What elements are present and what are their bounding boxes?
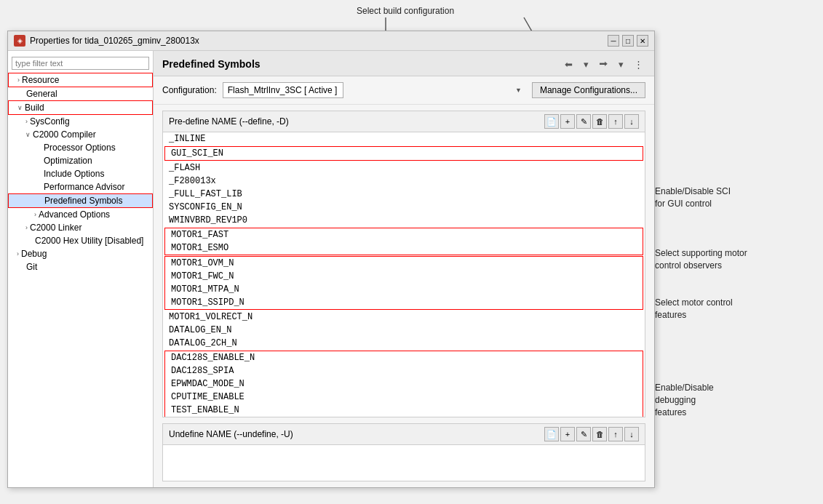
symbol-item[interactable]: MOTOR1_SSIPD_N	[165, 296, 643, 309]
right-title: Predefined Symbols	[162, 58, 261, 70]
config-row: Configuration: Flash_MtrlInv_3SC [ Activ…	[154, 76, 654, 105]
tree-item-advancedoptions[interactable]: ›Advanced Options	[8, 208, 153, 221]
move-down-btn[interactable]: ↓	[624, 114, 639, 129]
tree-arrow-build: ∨	[17, 104, 23, 111]
symbol-item[interactable]: DAC128S_ENABLE_N	[165, 351, 643, 364]
tree-item-includeoptions[interactable]: Include Options	[8, 167, 153, 180]
predefine-list[interactable]: _INLINEGUI_SCI_EN_FLASH_F280013x_FULL_FA…	[163, 132, 645, 417]
symbol-item[interactable]: MOTOR1_MTPA_N	[165, 283, 643, 296]
predefine-section: Pre-define NAME (--define, -D) 📄 + ✎ 🗑 ↑…	[162, 111, 645, 417]
tree-item-build[interactable]: ∨Build	[8, 100, 153, 115]
tree-arrow-sysconfig: ›	[25, 118, 28, 125]
tree-panel: ›ResourceGeneral∨Build›SysConfig∨C2000 C…	[8, 51, 154, 487]
symbol-item[interactable]: MOTOR1_FAST	[165, 228, 643, 241]
tree-item-sysconfig[interactable]: ›SysConfig	[8, 115, 153, 128]
dialog-title: Properties for tida_010265_gminv_280013x	[30, 36, 199, 46]
symbol-group-debug: DAC128S_ENABLE_NDAC128S_SPIAEPWMDAC_MODE…	[164, 351, 643, 417]
predefine-header: Pre-define NAME (--define, -D) 📄 + ✎ 🗑 ↑…	[163, 111, 645, 132]
symbol-item[interactable]: MOTOR1_FWC_N	[165, 270, 643, 283]
edit-btn[interactable]: ✎	[576, 114, 591, 129]
annotation-features: Select motor controlfeatures	[655, 297, 815, 321]
maximize-button[interactable]: □	[622, 35, 634, 47]
undefine-label: Undefine NAME (--undefine, -U)	[169, 429, 293, 439]
symbol-item[interactable]: TEST_ENABLE_N	[165, 404, 643, 417]
symbol-group-observers: MOTOR1_FASTMOTOR1_ESMO	[164, 228, 643, 255]
undef-delete-btn[interactable]: 🗑	[592, 427, 607, 441]
delete-btn[interactable]: 🗑	[592, 114, 607, 129]
tree-item-c2000linker[interactable]: ›C2000 Linker	[8, 221, 153, 234]
tree-label-general: General	[26, 89, 57, 99]
tree-label-debug: Debug	[21, 249, 47, 259]
move-up-btn[interactable]: ↑	[608, 114, 623, 129]
symbol-item[interactable]: EPWMDAC_MODE_N	[165, 377, 643, 391]
manage-configurations-button[interactable]: Manage Configurations...	[532, 82, 645, 98]
annotation-sci: Enable/Disable SCIfor GUI control	[655, 185, 815, 210]
forward-icon[interactable]: ⮕	[596, 57, 611, 71]
add-file-btn[interactable]: 📄	[544, 114, 559, 129]
config-label: Configuration:	[162, 85, 217, 95]
tree-item-processoroptions[interactable]: Processor Options	[8, 141, 153, 154]
symbol-item[interactable]: SYSCONFIG_EN_N	[163, 201, 645, 214]
tree-label-sysconfig: SysConfig	[30, 116, 70, 127]
symbol-item[interactable]: WMINVBRD_REV1P0	[163, 214, 645, 227]
tree-item-debug[interactable]: ›Debug	[8, 247, 153, 260]
dropdown-forward-icon[interactable]: ▾	[613, 57, 628, 71]
symbol-item[interactable]: _FULL_FAST_LIB	[163, 188, 645, 201]
filter-input[interactable]	[12, 57, 149, 70]
tree-item-c2000compiler[interactable]: ∨C2000 Compiler	[8, 128, 153, 141]
undefine-toolbar: 📄 + ✎ 🗑 ↑ ↓	[544, 427, 639, 441]
symbol-item[interactable]: CPUTIME_ENABLE	[165, 391, 643, 404]
undef-edit-btn[interactable]: ✎	[576, 427, 591, 441]
tree-label-c2000compiler: C2000 Compiler	[33, 129, 96, 140]
undef-add-btn[interactable]: +	[560, 427, 575, 441]
symbol-item[interactable]: MOTOR1_ESMO	[165, 241, 643, 255]
back-icon[interactable]: ⬅	[561, 57, 576, 71]
annotation-observers: Select supporting motorcontrol observers	[655, 247, 815, 272]
symbol-item[interactable]: DAC128S_SPIA	[165, 364, 643, 377]
tree-label-c2000hexutility: C2000 Hex Utility [Disabled]	[35, 236, 143, 246]
symbol-item[interactable]: _F280013x	[163, 175, 645, 188]
tree-item-optimization[interactable]: Optimization	[8, 154, 153, 167]
tree-item-general[interactable]: General	[8, 87, 153, 100]
undef-down-btn[interactable]: ↓	[624, 427, 639, 441]
tree-arrow-c2000linker: ›	[25, 224, 28, 231]
add-btn[interactable]: +	[560, 114, 575, 129]
dropdown-back-icon[interactable]: ▾	[579, 57, 593, 71]
config-select[interactable]: Flash_MtrlInv_3SC [ Active ]	[223, 82, 343, 98]
undef-up-btn[interactable]: ↑	[608, 427, 623, 441]
minimize-button[interactable]: ─	[608, 35, 619, 47]
symbol-item[interactable]: DATALOG_EN_N	[163, 324, 645, 337]
tree-label-c2000linker: C2000 Linker	[30, 223, 81, 233]
undefine-header: Undefine NAME (--undefine, -U) 📄 + ✎ 🗑 ↑…	[163, 424, 645, 445]
tree-arrow-advancedoptions: ›	[34, 211, 36, 218]
tree-item-performanceadvisor[interactable]: Performance Advisor	[8, 180, 153, 193]
symbol-item[interactable]: MOTOR1_VOLRECT_N	[163, 311, 645, 324]
symbols-area: Pre-define NAME (--define, -D) 📄 + ✎ 🗑 ↑…	[154, 105, 654, 487]
tree-item-resource[interactable]: ›Resource	[8, 73, 153, 87]
symbol-item[interactable]: DATALOG_2CH_N	[163, 337, 645, 350]
undefine-section: Undefine NAME (--undefine, -U) 📄 + ✎ 🗑 ↑…	[162, 423, 645, 481]
tree-label-performanceadvisor: Performance Advisor	[44, 182, 124, 192]
tree-arrow-debug: ›	[17, 250, 19, 257]
tree-arrow-resource: ›	[17, 76, 20, 84]
symbol-item[interactable]: _FLASH	[163, 161, 645, 175]
symbol-group-features: MOTOR1_OVM_NMOTOR1_FWC_NMOTOR1_MTPA_NMOT…	[164, 256, 643, 310]
properties-dialog: ◈ Properties for tida_010265_gminv_28001…	[7, 31, 655, 488]
tree-label-processoroptions: Processor Options	[44, 143, 116, 153]
symbol-item[interactable]: MOTOR1_OVM_N	[165, 257, 643, 270]
tree-item-c2000hexutility[interactable]: C2000 Hex Utility [Disabled]	[8, 234, 153, 247]
annotation-select-build: Select build configuration	[357, 6, 454, 16]
close-button[interactable]: ✕	[637, 35, 648, 47]
annotation-debug: Enable/Disabledebuggingfeatures	[655, 382, 815, 418]
symbol-item[interactable]: _INLINE	[163, 132, 645, 145]
app-icon: ◈	[14, 35, 25, 47]
tree-item-predefinedsymbols[interactable]: Predefined Symbols	[8, 193, 153, 208]
tree-item-git[interactable]: Git	[8, 260, 153, 273]
tree-label-build: Build	[25, 103, 44, 113]
undef-add-file-btn[interactable]: 📄	[544, 427, 559, 441]
menu-icon[interactable]: ⋮	[631, 57, 645, 71]
tree-label-predefinedsymbols: Predefined Symbols	[44, 196, 122, 206]
symbol-item[interactable]: GUI_SCI_EN	[164, 146, 643, 161]
predefine-toolbar: 📄 + ✎ 🗑 ↑ ↓	[544, 114, 639, 129]
tree-label-advancedoptions: Advanced Options	[39, 209, 110, 220]
